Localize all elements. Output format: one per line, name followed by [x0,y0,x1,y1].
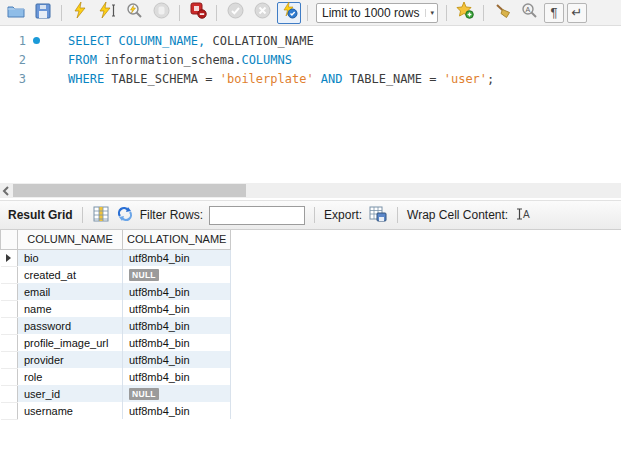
sql-token: COLUMNS [241,53,292,67]
table-row[interactable]: username utf8mb4_bin [1,402,231,419]
sql-token: TABLE_SCHEMA = [104,72,220,86]
cell-column-name[interactable]: user_id [18,385,123,402]
wrap-cell-content-toggle[interactable]: A [514,206,532,225]
cell-collation[interactable]: utf8mb4_bin [123,368,231,385]
sql-token: WHERE [68,72,104,86]
table-row[interactable]: email utf8mb4_bin [1,283,231,300]
stop-on-error-toggle[interactable] [186,2,210,24]
cell-collation[interactable]: utf8mb4_bin [123,300,231,317]
broom-icon [494,2,511,23]
table-row[interactable]: bio utf8mb4_bin [1,249,231,266]
chevron-down-icon: ▾ [425,9,434,17]
cell-collation[interactable]: NULL [123,385,231,402]
cell-collation[interactable]: NULL [123,266,231,283]
cell-collation[interactable]: utf8mb4_bin [123,283,231,300]
row-marker [1,385,18,402]
toolbar-separator [397,207,398,223]
code-line: SELECT COLUMN_NAME, COLLATION_NAME [46,34,314,48]
magnifier-a-icon: A [521,2,538,23]
table-row[interactable]: created_at NULL [1,266,231,283]
sql-token: AND [314,72,343,86]
row-marker [1,402,18,419]
results-table: COLUMN_NAME COLLATION_NAME bio utf8mb4_b… [0,230,231,420]
explain-plan-button[interactable] [122,2,146,24]
cell-column-name[interactable]: created_at [18,266,123,283]
open-script-button[interactable] [4,2,28,24]
cell-column-name[interactable]: profile_image_url [18,334,123,351]
table-row[interactable]: user_id NULL [1,385,231,402]
cell-column-name[interactable]: name [18,300,123,317]
toolbar-separator [446,5,447,21]
cell-collation[interactable]: utf8mb4_bin [123,317,231,334]
add-snippet-button[interactable] [453,2,477,24]
filter-rows-label: Filter Rows: [140,208,203,222]
toolbar-separator [483,5,484,21]
find-button[interactable]: A [517,2,541,24]
grid-view-button[interactable] [92,205,110,226]
row-marker [1,317,18,334]
cell-column-name[interactable]: bio [18,249,123,266]
svg-text:A: A [525,6,530,13]
magnifier-lightning-icon [126,2,143,23]
limit-dropdown-value: Limit to 1000 rows [322,6,419,20]
horizontal-scrollbar[interactable] [0,183,621,198]
refresh-button[interactable] [116,205,134,226]
invisibles-toggle[interactable]: ¶ [544,3,564,23]
scrollbar-thumb[interactable] [13,184,246,197]
table-row[interactable]: name utf8mb4_bin [1,300,231,317]
cell-column-name[interactable]: username [18,402,123,419]
row-arrow-icon [6,254,11,262]
cell-column-name[interactable]: password [18,317,123,334]
save-button[interactable] [31,2,55,24]
sql-editor[interactable]: 1 SELECT COLUMN_NAME, COLLATION_NAME 2 F… [0,26,621,183]
scroll-left-button[interactable] [0,183,12,198]
table-row[interactable]: role utf8mb4_bin [1,368,231,385]
cell-collation[interactable]: utf8mb4_bin [123,249,231,266]
table-row[interactable]: password utf8mb4_bin [1,317,231,334]
toolbar-separator [179,5,180,21]
table-row[interactable]: provider utf8mb4_bin [1,351,231,368]
toolbar-separator [61,5,62,21]
wrap-toggle[interactable]: ↵ [567,3,587,23]
wrap-return-icon: ↵ [572,6,583,19]
column-header-column-name[interactable]: COLUMN_NAME [18,230,123,249]
statement-marker [26,37,46,44]
sql-token: TABLE_NAME = [343,72,444,86]
check-circle-icon [227,2,244,23]
chevron-left-icon [2,182,10,200]
x-circle-icon [254,2,271,23]
column-header-collation-name[interactable]: COLLATION_NAME [123,230,231,249]
result-grid-toolbar: Result Grid Filter Rows: Export: Wrap Ce… [0,200,621,230]
editor-line: 1 SELECT COLUMN_NAME, COLLATION_NAME [0,31,621,50]
cell-collation[interactable]: utf8mb4_bin [123,351,231,368]
sql-token: 'user' [444,72,487,86]
cell-column-name[interactable]: role [18,368,123,385]
sql-token: FROM [68,53,97,67]
stop-hand-icon [153,2,170,23]
star-plus-icon [456,2,474,23]
cell-collation[interactable]: utf8mb4_bin [123,402,231,419]
execute-button[interactable] [68,2,92,24]
sql-token: SELECT COLUMN_NAME, [68,34,205,48]
editor-line: 3 WHERE TABLE_SCHEMA = 'boilerplate' AND… [0,69,621,88]
execute-current-button[interactable] [95,2,119,24]
toolbar-separator [216,5,217,21]
cell-column-name[interactable]: provider [18,351,123,368]
row-marker-header [1,230,18,249]
row-marker [1,283,18,300]
filter-rows-input[interactable] [209,206,305,225]
rollback-button [250,2,274,24]
table-row[interactable]: profile_image_url utf8mb4_bin [1,334,231,351]
beautify-button[interactable] [490,2,514,24]
pilcrow-icon: ¶ [551,6,558,19]
export-button[interactable] [368,205,388,226]
row-marker [1,368,18,385]
limit-dropdown[interactable]: Limit to 1000 rows ▾ [316,3,438,23]
commit-button [223,2,247,24]
cell-collation[interactable]: utf8mb4_bin [123,334,231,351]
autocommit-toggle[interactable] [277,2,301,24]
cell-column-name[interactable]: email [18,283,123,300]
refresh-icon [117,206,133,225]
wrap-cell-content-icon: A [515,207,531,224]
row-marker [1,351,18,368]
